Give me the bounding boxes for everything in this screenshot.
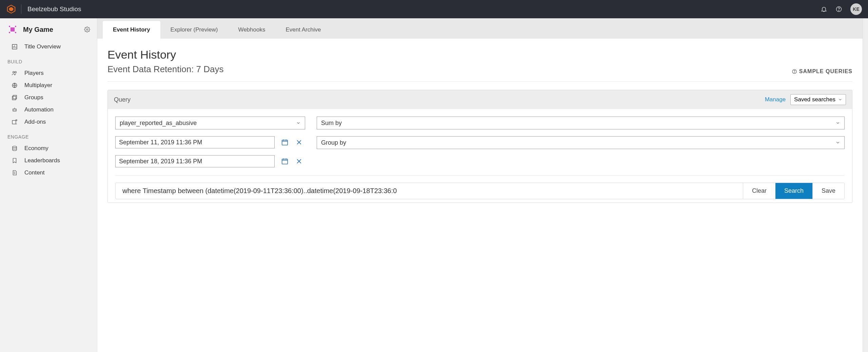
sidebar: My Game Title Overview BUILD Players Mul… <box>0 18 97 352</box>
user-avatar[interactable]: KE <box>850 3 862 15</box>
search-button[interactable]: Search <box>775 183 812 199</box>
stack-icon <box>11 95 18 101</box>
group-by-label: Group by <box>321 139 346 146</box>
header-divider <box>21 4 21 14</box>
svg-point-18 <box>15 110 16 110</box>
help-icon <box>792 69 797 74</box>
sidebar-heading-engage: ENGAGE <box>0 128 97 142</box>
divider <box>115 175 845 176</box>
page-subtitle: Event Data Retention: 7 Days <box>107 64 792 75</box>
svg-point-5 <box>9 26 10 27</box>
svg-rect-14 <box>13 95 17 99</box>
players-icon <box>11 70 18 76</box>
sum-by-label: Sum by <box>321 120 342 127</box>
chevron-down-icon <box>838 98 842 102</box>
sidebar-item-label: Add-ons <box>24 119 46 125</box>
economy-icon <box>11 145 18 151</box>
svg-rect-19 <box>12 121 16 124</box>
query-panel-header: Query Manage Saved searches <box>108 90 852 109</box>
svg-rect-16 <box>13 109 17 111</box>
end-date-input[interactable] <box>115 155 275 167</box>
svg-point-17 <box>14 110 14 110</box>
query-action-row: Clear Search Save <box>115 183 845 199</box>
manage-link[interactable]: Manage <box>765 96 786 103</box>
chevron-down-icon <box>835 140 840 145</box>
group-by-select[interactable]: Group by <box>317 136 845 149</box>
sidebar-item-label: Groups <box>24 94 43 101</box>
clear-date-icon[interactable] <box>295 138 303 146</box>
sidebar-item-groups[interactable]: Groups <box>0 91 97 104</box>
chart-icon <box>11 44 18 50</box>
content-area: Event History Event Data Retention: 7 Da… <box>97 39 863 352</box>
sidebar-item-multiplayer[interactable]: Multiplayer <box>0 79 97 91</box>
tab-bar: Event History Explorer (Preview) Webhook… <box>97 18 863 39</box>
svg-point-6 <box>15 26 16 27</box>
game-icon <box>7 24 18 35</box>
svg-point-12 <box>15 71 17 73</box>
event-name-value: player_reported_as_abusive <box>120 120 197 127</box>
svg-rect-4 <box>11 27 15 32</box>
sum-by-select[interactable]: Sum by <box>317 117 845 129</box>
sidebar-item-label: Leaderboards <box>24 157 60 164</box>
query-panel-title: Query <box>114 96 765 103</box>
query-string-input[interactable] <box>116 183 743 199</box>
svg-point-20 <box>13 146 17 148</box>
sidebar-item-label: Automation <box>24 106 54 113</box>
global-header: Beelzebub Studios KE <box>0 0 868 18</box>
saved-searches-label: Saved searches <box>794 96 835 103</box>
chevron-down-icon <box>296 121 301 125</box>
gear-icon[interactable] <box>84 26 90 33</box>
sidebar-item-automation[interactable]: Automation <box>0 104 97 116</box>
svg-point-3 <box>839 11 839 11</box>
svg-point-11 <box>13 71 15 73</box>
sidebar-item-label: Economy <box>24 145 48 152</box>
sample-queries-link[interactable]: SAMPLE QUERIES <box>792 68 852 75</box>
sidebar-item-players[interactable]: Players <box>0 67 97 79</box>
clear-date-icon[interactable] <box>295 157 303 165</box>
svg-rect-23 <box>282 140 288 145</box>
sidebar-heading-build: BUILD <box>0 53 97 67</box>
sidebar-item-label: Title Overview <box>24 43 61 50</box>
svg-rect-24 <box>282 159 288 164</box>
project-selector[interactable]: My Game <box>0 22 97 41</box>
sidebar-item-addons[interactable]: Add-ons <box>0 116 97 128</box>
robot-icon <box>11 107 18 113</box>
saved-searches-dropdown[interactable]: Saved searches <box>790 94 846 105</box>
sidebar-item-title-overview[interactable]: Title Overview <box>0 41 97 53</box>
calendar-icon[interactable] <box>281 138 289 146</box>
globe-icon <box>11 82 18 88</box>
sidebar-item-label: Content <box>24 169 45 176</box>
studio-name[interactable]: Beelzebub Studios <box>27 5 81 13</box>
main-content: Event History Explorer (Preview) Webhook… <box>97 18 863 352</box>
svg-point-7 <box>9 32 10 33</box>
project-name: My Game <box>23 26 84 34</box>
tab-explorer[interactable]: Explorer (Preview) <box>160 21 228 39</box>
clear-button[interactable]: Clear <box>743 183 775 199</box>
addons-icon <box>11 119 18 125</box>
sidebar-item-leaderboards[interactable]: Leaderboards <box>0 154 97 167</box>
sidebar-item-economy[interactable]: Economy <box>0 142 97 154</box>
start-date-input[interactable] <box>115 136 275 148</box>
tab-event-archive[interactable]: Event Archive <box>275 21 331 39</box>
calendar-icon[interactable] <box>281 157 289 165</box>
save-button[interactable]: Save <box>812 183 844 199</box>
event-name-select[interactable]: player_reported_as_abusive <box>115 117 305 129</box>
bookmark-icon <box>11 158 18 164</box>
svg-rect-15 <box>12 96 16 100</box>
scrollbar[interactable] <box>863 18 868 352</box>
tab-event-history[interactable]: Event History <box>103 21 160 39</box>
page-title: Event History <box>107 48 792 61</box>
sample-queries-label: SAMPLE QUERIES <box>799 68 852 75</box>
help-icon[interactable] <box>833 3 845 15</box>
brand-logo-icon[interactable] <box>6 4 16 14</box>
separator <box>107 81 852 82</box>
query-panel: Query Manage Saved searches player_repor… <box>107 90 852 203</box>
tab-webhooks[interactable]: Webhooks <box>228 21 275 39</box>
svg-point-9 <box>86 29 88 30</box>
sidebar-item-label: Multiplayer <box>24 82 52 89</box>
chevron-down-icon <box>835 121 840 125</box>
sidebar-item-label: Players <box>24 70 44 77</box>
sidebar-item-content[interactable]: Content <box>0 167 97 179</box>
notifications-icon[interactable] <box>818 3 830 15</box>
svg-point-22 <box>794 73 794 73</box>
